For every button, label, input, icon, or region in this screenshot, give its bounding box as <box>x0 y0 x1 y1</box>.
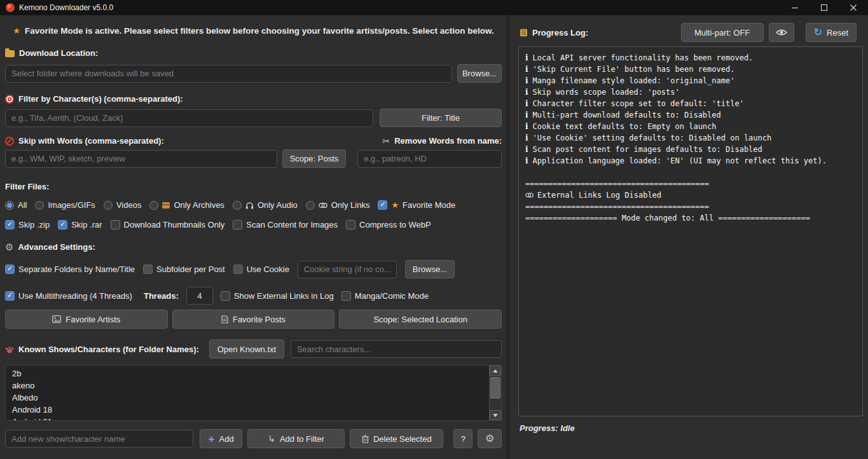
info-icon: i <box>525 98 528 109</box>
multipart-toggle-button[interactable]: Multi-part: OFF <box>681 23 764 42</box>
list-item[interactable]: akeno <box>6 380 501 392</box>
remove-words-input[interactable] <box>357 150 502 168</box>
delete-selected-label: Delete Selected <box>373 434 432 444</box>
cookie-string-input[interactable] <box>298 261 397 278</box>
minimize-button[interactable] <box>780 0 809 15</box>
radio-only-archives[interactable]: Only Archives <box>149 200 224 210</box>
maximize-button[interactable] <box>809 0 839 15</box>
download-location-input[interactable] <box>5 65 452 83</box>
settings-button[interactable] <box>478 429 502 448</box>
eye-button[interactable] <box>769 23 794 42</box>
threads-input[interactable] <box>186 287 213 305</box>
log-text: 'Skip Current File' button has been remo… <box>533 64 735 75</box>
favorite-artists-button[interactable]: Favorite Artists <box>5 310 168 329</box>
help-button[interactable]: ? <box>453 429 472 448</box>
search-characters-input[interactable] <box>291 340 502 358</box>
log-text: Manga filename style loaded: 'original_n… <box>533 75 735 86</box>
list-item[interactable]: Android 21 <box>6 416 501 421</box>
checkbox-indicator <box>5 220 15 230</box>
file-type-options-row: All Images/GIFs Videos Only Archives <box>5 200 502 210</box>
log-text: External Links Log Disabled <box>537 189 661 201</box>
panel-splitter[interactable] <box>507 15 512 459</box>
info-icon: i <box>525 86 528 98</box>
scan-content-checkbox[interactable]: Scan Content for Images <box>233 220 338 230</box>
add-character-input[interactable] <box>5 430 193 448</box>
radio-indicator <box>104 201 113 210</box>
log-line: iApplication language loaded: 'EN' (UI m… <box>525 155 856 167</box>
log-text: Cookie text defaults to: Empty on launch <box>533 121 717 132</box>
character-filter-input[interactable] <box>5 109 373 127</box>
progress-log-header: Progress Log: <box>520 28 588 38</box>
image-icon <box>52 315 61 323</box>
character-filter-scope-button[interactable]: Filter: Title <box>380 109 502 127</box>
list-item[interactable]: Android 18 <box>6 404 501 416</box>
progress-status: Progress: Idle <box>520 423 868 433</box>
subfolder-per-post-checkbox[interactable]: Subfolder per Post <box>143 264 225 274</box>
target-icon <box>5 95 14 104</box>
skip-rar-checkbox[interactable]: Skip .rar <box>58 220 102 230</box>
skip-remove-inputs-row: Scope: Posts <box>5 149 502 168</box>
radio-videos[interactable]: Videos <box>104 200 142 210</box>
scroll-down-button[interactable] <box>490 410 501 420</box>
add-to-filter-button[interactable]: Add to Filter <box>247 429 345 448</box>
gear-icon <box>485 434 494 444</box>
compress-webp-checkbox[interactable]: Compress to WebP <box>346 220 431 230</box>
main-area: Favorite Mode is active. Please select f… <box>0 15 868 459</box>
favorite-mode-notice: Favorite Mode is active. Please select f… <box>5 26 502 36</box>
document-icon <box>221 315 228 324</box>
plus-icon <box>209 434 215 444</box>
checkbox-label: Separate Folders by Name/Title <box>18 264 135 274</box>
separate-folders-checkbox[interactable]: Separate Folders by Name/Title <box>5 264 135 274</box>
scroll-up-button[interactable] <box>490 366 501 376</box>
window-controls <box>780 0 868 15</box>
character-filter-label: Filter by Character(s) (comma-separated)… <box>18 94 183 104</box>
close-button[interactable] <box>839 0 868 15</box>
remove-words-label: Remove Words from name: <box>394 136 502 146</box>
favorite-mode-checkbox[interactable]: Favorite Mode <box>378 200 455 210</box>
download-thumbnails-checkbox[interactable]: Download Thumbnails Only <box>111 220 225 230</box>
manga-mode-checkbox[interactable]: Manga/Comic Mode <box>341 291 429 301</box>
skip-zip-checkbox[interactable]: Skip .zip <box>5 220 50 230</box>
trash-icon <box>362 435 369 443</box>
reset-button[interactable]: Reset <box>806 23 857 42</box>
browse-cookie-button[interactable]: Browse... <box>405 260 455 278</box>
log-line: iScan post content for images defaults t… <box>525 144 856 155</box>
list-scrollbar[interactable] <box>489 366 501 420</box>
advanced-settings-header: Advanced Settings: <box>5 242 502 252</box>
radio-images-gifs[interactable]: Images/GIFs <box>35 200 95 210</box>
radio-all[interactable]: All <box>5 200 27 210</box>
open-known-txt-button[interactable]: Open Known.txt <box>209 339 284 359</box>
log-line: iCookie text defaults to: Empty on launc… <box>525 121 856 132</box>
radio-label: Only Audio <box>258 200 298 210</box>
add-button[interactable]: Add <box>200 429 242 448</box>
paw-icon <box>5 345 14 353</box>
checkbox-label: Scan Content for Images <box>246 220 338 230</box>
scrollbar-thumb[interactable] <box>490 377 500 399</box>
progress-log[interactable]: iLocal API server functionality has been… <box>518 46 863 416</box>
browse-download-button[interactable]: Browse... <box>457 64 502 83</box>
radio-only-links[interactable]: Only Links <box>306 200 370 210</box>
checkbox-label: Use Multithreading (4 Threads) <box>18 291 132 301</box>
known-characters-label: Known Shows/Characters (for Folder Names… <box>18 345 199 354</box>
use-cookie-checkbox[interactable]: Use Cookie <box>233 264 289 274</box>
filter-files-label: Filter Files: <box>5 182 49 191</box>
scope-location-button[interactable]: Scope: Selected Location <box>339 310 502 329</box>
delete-selected-button[interactable]: Delete Selected <box>350 429 443 448</box>
known-characters-list[interactable]: 2bakenoAlbedoAndroid 18Android 21 <box>5 365 502 421</box>
favorite-posts-button[interactable]: Favorite Posts <box>172 310 335 329</box>
radio-only-audio[interactable]: Only Audio <box>233 200 298 210</box>
scrollbar-track[interactable] <box>490 376 501 410</box>
arrow-up-icon <box>493 369 498 373</box>
list-item[interactable]: Albedo <box>6 392 501 404</box>
skip-words-scope-button[interactable]: Scope: Posts <box>282 149 346 168</box>
checkbox-label: Favorite Mode <box>403 200 455 210</box>
skip-words-input[interactable] <box>5 150 277 168</box>
show-external-links-checkbox[interactable]: Show External Links in Log <box>221 291 334 301</box>
remove-words-header: Remove Words from name: <box>382 136 502 146</box>
reset-button-label: Reset <box>827 28 848 38</box>
checkbox-indicator <box>341 291 351 301</box>
multithreading-checkbox[interactable]: Use Multithreading (4 Threads) <box>5 291 132 301</box>
info-icon: i <box>525 121 528 132</box>
list-item[interactable]: 2b <box>6 367 501 380</box>
checkbox-label: Skip .rar <box>71 220 102 230</box>
